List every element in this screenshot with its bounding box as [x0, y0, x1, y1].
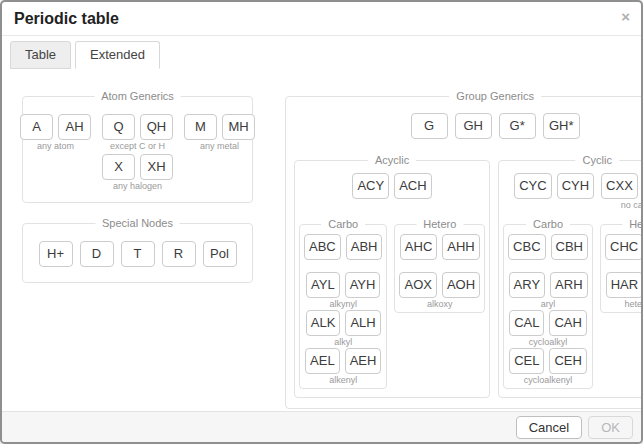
- acyclic-hetero-section: Hetero AHC AHH: [394, 224, 485, 313]
- atom-generics-section: Atom Generics A AH any atom Q QH: [22, 96, 253, 203]
- atom-generics-row2: X XH any halogen: [31, 154, 244, 192]
- cyclic-hetero-section: Hetero CHC CHH: [600, 224, 643, 313]
- atom-pair-any-atom: A AH any atom: [20, 114, 91, 152]
- button-chc[interactable]: CHC: [605, 234, 643, 260]
- button-ayl[interactable]: AYL: [306, 272, 340, 298]
- button-abc[interactable]: ABC: [304, 234, 341, 260]
- tab-bar: Table Extended: [2, 36, 641, 69]
- tab-table[interactable]: Table: [10, 41, 71, 69]
- special-nodes-legend: Special Nodes: [95, 217, 180, 230]
- button-aoh[interactable]: AOH: [442, 272, 480, 298]
- button-ayh[interactable]: AYH: [345, 272, 381, 298]
- button-qh[interactable]: QH: [140, 114, 173, 140]
- pair-caption: except C or H: [110, 141, 165, 152]
- button-ach[interactable]: ACH: [394, 173, 431, 199]
- dialog-titlebar: Periodic table ×: [2, 2, 641, 36]
- pair-caption: alkenyl: [329, 375, 357, 386]
- atom-generics-row1: A AH any atom Q QH except C or H: [31, 114, 244, 152]
- button-alk[interactable]: ALK: [306, 310, 341, 336]
- button-ceh[interactable]: CEH: [549, 348, 586, 374]
- cyclic-section: Cyclic CYC CYH CXX: [498, 160, 643, 398]
- button-ael[interactable]: AEL: [305, 348, 340, 374]
- button-cal[interactable]: CAL: [509, 310, 544, 336]
- pair-caption: hetero aryl: [624, 299, 643, 310]
- pair-caption: cycloalkyl: [529, 337, 568, 348]
- button-x[interactable]: X: [102, 154, 135, 180]
- dialog-title: Periodic table: [14, 10, 119, 27]
- left-column: Atom Generics A AH any atom Q QH: [22, 69, 253, 411]
- acyclic-top-row: ACY ACH: [299, 173, 485, 211]
- pair-caption: any atom: [37, 141, 74, 152]
- cyclic-carbo-legend: Carbo: [526, 218, 570, 231]
- group-generics-section: Group Generics G GH G* GH* Acyclic: [285, 96, 643, 409]
- dialog-footer: Cancel OK: [2, 411, 641, 442]
- right-column: Group Generics G GH G* GH* Acyclic: [285, 69, 643, 411]
- button-ah[interactable]: AH: [58, 114, 91, 140]
- button-m[interactable]: M: [184, 114, 217, 140]
- button-arh[interactable]: ARH: [550, 272, 587, 298]
- cyclic-subcolumns: Carbo CBC CBH: [503, 224, 643, 389]
- cancel-button[interactable]: Cancel: [516, 416, 582, 439]
- button-gh-star[interactable]: GH*: [543, 113, 580, 139]
- button-gh[interactable]: GH: [455, 113, 492, 139]
- close-icon[interactable]: ×: [621, 9, 630, 24]
- special-nodes-section: Special Nodes H+ D T R Pol: [22, 223, 253, 283]
- button-aeh[interactable]: AEH: [345, 348, 382, 374]
- acyclic-section: Acyclic ACY ACH: [294, 160, 490, 398]
- button-d[interactable]: D: [80, 241, 114, 267]
- button-t[interactable]: T: [121, 241, 155, 267]
- button-pol[interactable]: Pol: [203, 241, 237, 267]
- pair-caption: aryl: [541, 299, 556, 310]
- pair-caption: any halogen: [113, 181, 162, 192]
- button-g[interactable]: G: [411, 113, 448, 139]
- cyclic-carbo-section: Carbo CBC CBH: [503, 224, 593, 389]
- button-h-plus[interactable]: H+: [39, 241, 73, 267]
- pair-caption: alkynyl: [329, 299, 357, 310]
- button-alh[interactable]: ALH: [345, 310, 380, 336]
- button-ahc[interactable]: AHC: [400, 234, 437, 260]
- button-aox[interactable]: AOX: [399, 272, 436, 298]
- cyclic-top-row: CYC CYH CXX CXH no carbon: [503, 173, 643, 211]
- atom-pair-any-metal: M MH any metal: [184, 114, 255, 152]
- acyclic-subcolumns: Carbo ABC ABH: [299, 224, 485, 389]
- atom-pair-any-halogen: X XH any halogen: [102, 154, 173, 192]
- acyclic-carbo-section: Carbo ABC ABH: [299, 224, 387, 389]
- cyclic-hetero-legend: Hetero: [622, 218, 643, 231]
- button-g-star[interactable]: G*: [499, 113, 536, 139]
- pair-caption: alkyl: [334, 337, 352, 348]
- button-cyh[interactable]: CYH: [557, 173, 594, 199]
- button-a[interactable]: A: [20, 114, 53, 140]
- button-cah[interactable]: CAH: [549, 310, 586, 336]
- atom-pair-except-c-or-h: Q QH except C or H: [102, 114, 173, 152]
- button-mh[interactable]: MH: [222, 114, 255, 140]
- dialog-content: Atom Generics A AH any atom Q QH: [2, 69, 641, 411]
- periodic-table-dialog: Periodic table × Table Extended Atom Gen…: [0, 0, 643, 444]
- group-generics-columns: Acyclic ACY ACH: [294, 160, 643, 398]
- tab-extended[interactable]: Extended: [75, 41, 160, 69]
- button-cbc[interactable]: CBC: [508, 234, 545, 260]
- button-cxx[interactable]: CXX: [601, 173, 638, 199]
- button-ahh[interactable]: AHH: [442, 234, 479, 260]
- pair-caption: cycloalkenyl: [524, 375, 573, 386]
- group-generics-row: G GH G* GH*: [294, 113, 643, 139]
- group-generics-legend: Group Generics: [449, 90, 541, 103]
- pair-caption: any metal: [200, 141, 239, 152]
- cyclic-legend: Cyclic: [576, 154, 619, 167]
- button-q[interactable]: Q: [102, 114, 135, 140]
- button-xh[interactable]: XH: [140, 154, 173, 180]
- special-nodes-row: H+ D T R Pol: [31, 241, 244, 267]
- acyclic-hetero-legend: Hetero: [416, 218, 463, 231]
- acyclic-carbo-legend: Carbo: [321, 218, 365, 231]
- button-acy[interactable]: ACY: [352, 173, 389, 199]
- button-cbh[interactable]: CBH: [551, 234, 588, 260]
- button-cyc[interactable]: CYC: [514, 173, 551, 199]
- atom-generics-legend: Atom Generics: [94, 90, 181, 103]
- button-abh[interactable]: ABH: [346, 234, 383, 260]
- pair-caption: no carbon: [621, 200, 643, 211]
- ok-button[interactable]: OK: [588, 416, 633, 439]
- button-ary[interactable]: ARY: [509, 272, 546, 298]
- acyclic-legend: Acyclic: [368, 154, 416, 167]
- button-har[interactable]: HAR: [606, 272, 643, 298]
- button-cel[interactable]: CEL: [509, 348, 544, 374]
- button-r[interactable]: R: [162, 241, 196, 267]
